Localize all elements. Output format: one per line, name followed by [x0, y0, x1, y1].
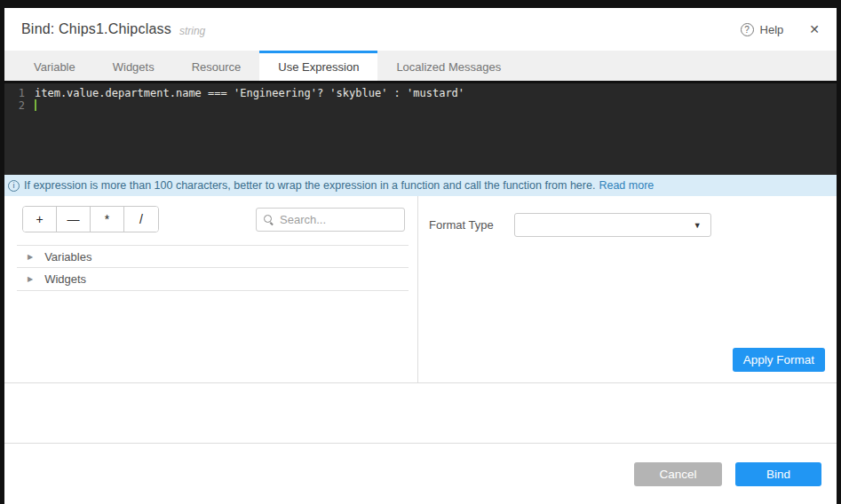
line-number: 2: [4, 99, 35, 112]
tab-use-expression[interactable]: Use Expression: [259, 51, 377, 81]
tree-item-widgets[interactable]: ▶ Widgets: [17, 268, 409, 291]
tab-widgets[interactable]: Widgets: [94, 51, 173, 81]
dialog-title: Bind: Chips1.Chipclass: [21, 21, 171, 37]
info-icon: i: [8, 180, 20, 192]
line-number: 1: [4, 87, 35, 99]
editor-line-2: 2: [4, 99, 837, 112]
apply-format-button[interactable]: Apply Format: [733, 348, 825, 372]
info-message: If expression is more than 100 character…: [24, 179, 595, 192]
format-panel: Format Type ▼ Apply Format: [418, 196, 837, 382]
empty-section: [4, 383, 837, 443]
close-icon[interactable]: ✕: [809, 22, 820, 36]
minus-operator-button[interactable]: —: [57, 207, 91, 232]
help-button[interactable]: ? Help: [741, 23, 784, 36]
expression-panels: + — * / ▶ Variables ▶ Widgets: [4, 196, 837, 383]
info-bar: i If expression is more than 100 charact…: [4, 175, 837, 196]
tab-variable[interactable]: Variable: [15, 51, 94, 81]
tree-item-variables[interactable]: ▶ Variables: [17, 245, 409, 268]
dialog-header: Bind: Chips1.Chipclass string ? Help ✕: [4, 8, 837, 51]
divide-operator-button[interactable]: /: [124, 207, 158, 232]
chevron-down-icon: ▼: [694, 221, 702, 230]
multiply-operator-button[interactable]: *: [91, 207, 124, 232]
tree-item-label: Widgets: [44, 272, 86, 286]
cancel-button[interactable]: Cancel: [634, 462, 722, 486]
operator-group: + — * /: [22, 206, 159, 232]
expression-left-panel: + — * / ▶ Variables ▶ Widgets: [4, 196, 418, 382]
binding-tree: ▶ Variables ▶ Widgets: [17, 245, 409, 291]
search-input[interactable]: [280, 213, 397, 226]
search-icon: [264, 215, 274, 224]
expression-editor[interactable]: 1 item.value.department.name === 'Engine…: [4, 81, 837, 175]
help-icon: ?: [741, 23, 754, 36]
text-cursor: [35, 99, 36, 111]
bind-dialog: Bind: Chips1.Chipclass string ? Help ✕ V…: [4, 8, 837, 504]
header-actions: ? Help ✕: [741, 22, 820, 36]
tab-resource[interactable]: Resource: [173, 51, 260, 81]
operator-toolbar: + — * /: [22, 206, 405, 232]
bound-type-label: string: [179, 22, 205, 37]
tab-localized-messages[interactable]: Localized Messages: [377, 51, 520, 81]
help-label: Help: [760, 23, 784, 36]
chevron-right-icon: ▶: [28, 275, 33, 283]
format-type-row: Format Type ▼: [429, 213, 837, 237]
plus-operator-button[interactable]: +: [23, 207, 57, 232]
tree-item-label: Variables: [44, 250, 91, 264]
format-type-label: Format Type: [429, 218, 494, 232]
search-box: [256, 208, 405, 232]
chevron-right-icon: ▶: [28, 253, 33, 261]
editor-line-1: 1 item.value.department.name === 'Engine…: [4, 87, 837, 99]
bind-button[interactable]: Bind: [735, 462, 821, 486]
expression-code: item.value.department.name === 'Engineer…: [35, 87, 464, 99]
format-type-select[interactable]: ▼: [514, 213, 711, 237]
dialog-footer: Cancel Bind: [4, 443, 837, 504]
read-more-link[interactable]: Read more: [599, 179, 654, 192]
tab-bar: Variable Widgets Resource Use Expression…: [4, 51, 837, 81]
